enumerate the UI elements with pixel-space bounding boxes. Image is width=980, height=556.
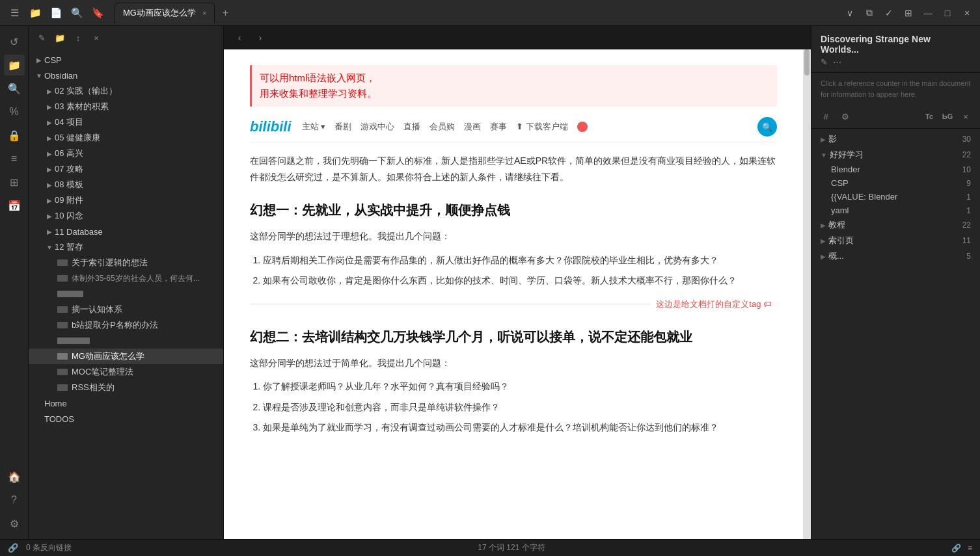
- tab-close-icon[interactable]: ×: [202, 9, 206, 17]
- tree-item-about[interactable]: 关于索引逻辑的想法: [29, 255, 223, 271]
- tree-item-07[interactable]: ▶ 07 攻略: [29, 161, 223, 177]
- tree-item-03[interactable]: ▶ 03 素材的积累: [29, 99, 223, 114]
- close-sidebar-icon[interactable]: ×: [88, 30, 104, 46]
- bili-nav-anime[interactable]: 番剧: [334, 121, 351, 133]
- bili-nav-shop[interactable]: 会员购: [429, 121, 455, 133]
- bili-nav-esports[interactable]: 赛事: [490, 121, 507, 133]
- list-view-icon[interactable]: ≡: [968, 544, 972, 553]
- lock-icon[interactable]: 🔒: [4, 125, 25, 146]
- tree-item-02[interactable]: ▶ 02 实践（输出）: [29, 83, 223, 99]
- tree-item-home[interactable]: ▶ Home: [29, 395, 223, 411]
- search-sidebar-icon[interactable]: 🔍: [4, 78, 25, 99]
- minimize-icon[interactable]: —: [920, 5, 936, 21]
- check-icon[interactable]: ✓: [881, 5, 897, 21]
- bili-nav-game[interactable]: 游戏中心: [361, 121, 394, 133]
- tree-item-bstation[interactable]: b站提取分P名称的办法: [29, 317, 223, 333]
- new-folder-icon[interactable]: 📁: [52, 30, 68, 46]
- tree-item-06[interactable]: ▶ 06 高兴: [29, 146, 223, 161]
- tree-item-10[interactable]: ▶ 10 闪念: [29, 208, 223, 224]
- sidebar-toggle-icon[interactable]: ☰: [5, 4, 23, 22]
- edit-icon[interactable]: ✎: [34, 30, 49, 46]
- table-icon[interactable]: ⊞: [4, 172, 25, 192]
- tree-label-03: 03 素材的积累: [55, 101, 109, 113]
- right-panel-menu-icon[interactable]: ⋯: [833, 57, 841, 67]
- calendar-icon[interactable]: 📅: [4, 195, 25, 216]
- new-file-icon[interactable]: 📄: [47, 4, 65, 22]
- bili-search-button[interactable]: 🔍: [757, 117, 777, 137]
- text-size-icon[interactable]: Тс: [921, 109, 937, 124]
- tab-label: MG动画应该怎么学: [123, 7, 196, 19]
- sidebar-toolbar: ✎ 📁 ↕ ×: [29, 26, 223, 49]
- tag-item-blender[interactable]: Blender 10: [811, 163, 980, 176]
- forward-button[interactable]: ›: [252, 30, 268, 46]
- doc-scrollbar[interactable]: [803, 49, 811, 539]
- tree-item-social[interactable]: 体制外35-65岁的社会人员，何去何...: [29, 271, 223, 286]
- help-icon[interactable]: ?: [4, 490, 25, 510]
- rp-right-tools: Тс ЬG ×: [921, 109, 973, 124]
- bili-nav-main[interactable]: 主站 ▾: [302, 121, 326, 133]
- bili-nav-live[interactable]: 直播: [403, 121, 420, 133]
- tag-item-hao[interactable]: ▼ 好好学习 22: [811, 147, 980, 163]
- file-preview-icon: [57, 369, 68, 375]
- tag-item-value-blender[interactable]: {{VALUE: Blender 1: [811, 190, 980, 204]
- tree-item-rss[interactable]: RSS相关的: [29, 380, 223, 395]
- new-tab-button[interactable]: +: [217, 5, 233, 21]
- bookmark-icon[interactable]: 🔖: [88, 4, 107, 22]
- search-icon[interactable]: 🔍: [68, 4, 86, 22]
- tree-item-mg-active[interactable]: MG动画应该怎么学: [29, 349, 223, 364]
- tree-item-csp[interactable]: ▶ CSP: [29, 52, 223, 68]
- tree-label-todos: TODOS: [44, 414, 74, 424]
- sort-icon[interactable]: ↕: [70, 30, 86, 46]
- bili-nav-download[interactable]: ⬆ 下载客户端: [516, 121, 568, 133]
- nav-back-icon[interactable]: ↺: [4, 31, 25, 52]
- tree-label-04: 04 项目: [55, 116, 83, 128]
- home-icon[interactable]: 🏠: [4, 466, 25, 487]
- tree-item-todos[interactable]: ▶ TODOS: [29, 411, 223, 427]
- tag-item-suoyinye[interactable]: ▶ 索引页 11: [811, 233, 980, 248]
- split-view-icon[interactable]: ⧉: [862, 5, 877, 21]
- files-icon[interactable]: 📁: [26, 4, 44, 22]
- tree-item-05[interactable]: ▶ 05 健健康康: [29, 130, 223, 146]
- right-panel-edit-icon[interactable]: ✎: [821, 57, 828, 67]
- back-button[interactable]: ‹: [232, 30, 247, 46]
- tag-icon[interactable]: #: [818, 109, 834, 124]
- tree-item-cognition[interactable]: 摘一认知体系: [29, 302, 223, 317]
- list-item: 如果有公司敢收你，肯定是图你什么东西，比如你的技术、时间、学历、口袋等。新人技术…: [263, 273, 777, 289]
- tree-item-moc[interactable]: MOC笔记整理法: [29, 364, 223, 380]
- grid-icon[interactable]: ⊞: [901, 5, 916, 21]
- tree-item-04[interactable]: ▶ 04 项目: [29, 114, 223, 130]
- tag-item-yaml[interactable]: yaml 1: [811, 204, 980, 217]
- tree-label-12: 12 暂存: [55, 241, 83, 253]
- maximize-icon[interactable]: □: [940, 5, 955, 21]
- tab-mg-animation[interactable]: MG动画应该怎么学 ×: [115, 3, 215, 23]
- close-icon[interactable]: ×: [959, 5, 975, 21]
- doc-scrollbar-thumb[interactable]: [804, 49, 810, 75]
- sync-icon[interactable]: 🔗: [951, 544, 961, 553]
- tag-item-jiaocheng[interactable]: ▶ 教程 22: [811, 217, 980, 233]
- tree-item-08[interactable]: ▶ 08 模板: [29, 177, 223, 192]
- document-view[interactable]: 可以用html语法嵌入网页，用来收集和整理学习资料。 bilibili 主站 ▾…: [224, 49, 811, 539]
- tree-item-11[interactable]: ▶ 11 Database: [29, 224, 223, 239]
- status-bar: 🔗 0 条反向链接 17 个词 121 个字符 🔗 ≡: [0, 539, 980, 556]
- tag-item-gailv[interactable]: ▶ 概... 5: [811, 248, 980, 264]
- tree-item-img2[interactable]: [29, 333, 223, 349]
- tree-item-12[interactable]: ▼ 12 暂存: [29, 239, 223, 255]
- tag-item-ying[interactable]: ▶ 影 30: [811, 131, 980, 147]
- bold-icon[interactable]: ЬG: [940, 109, 955, 124]
- close-panel-icon[interactable]: ×: [958, 109, 973, 124]
- list-icon[interactable]: ≡: [4, 148, 25, 169]
- bilibili-logo: bilibili: [250, 118, 292, 135]
- tag-item-csp[interactable]: CSP 9: [811, 176, 980, 190]
- settings-icon[interactable]: ⚙: [4, 513, 25, 534]
- tree-item-obsidian[interactable]: ▼ Obsidian: [29, 68, 223, 83]
- tree-item-img1[interactable]: [29, 286, 223, 302]
- chevron-down-icon[interactable]: ∨: [842, 5, 858, 21]
- bili-nav-manga[interactable]: 漫画: [464, 121, 481, 133]
- file-preview-icon: [57, 259, 68, 266]
- link-icon[interactable]: ⚙: [837, 109, 853, 124]
- tree-arrow-03: ▶: [44, 101, 55, 112]
- files-sidebar-icon[interactable]: 📁: [4, 55, 25, 75]
- list-item: 如果是单纯为了就业而学习，有没有调查过动画公司需要的人才标准是什么？培训机构能否…: [263, 420, 777, 436]
- percent-icon[interactable]: %: [4, 101, 25, 122]
- tree-item-09[interactable]: ▶ 09 附件: [29, 192, 223, 208]
